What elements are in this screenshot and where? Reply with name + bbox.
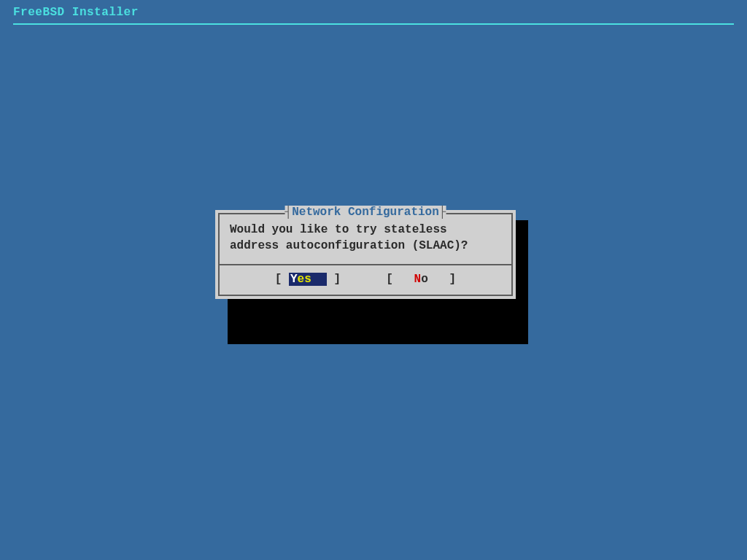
dialog-message: Would you like to try stateless address …: [220, 214, 511, 264]
dialog-frame: Network Configuration Would you like to …: [218, 213, 513, 296]
header-rule: [13, 23, 734, 25]
dialog-buttons: [ Yes ] [ No ]: [220, 264, 511, 295]
dialog: Network Configuration Would you like to …: [215, 210, 516, 299]
yes-button[interactable]: [ Yes ]: [275, 273, 341, 286]
no-button[interactable]: [ No ]: [386, 273, 456, 286]
dialog-title: Network Configuration: [285, 206, 446, 219]
installer-title: FreeBSD Installer: [13, 6, 139, 19]
